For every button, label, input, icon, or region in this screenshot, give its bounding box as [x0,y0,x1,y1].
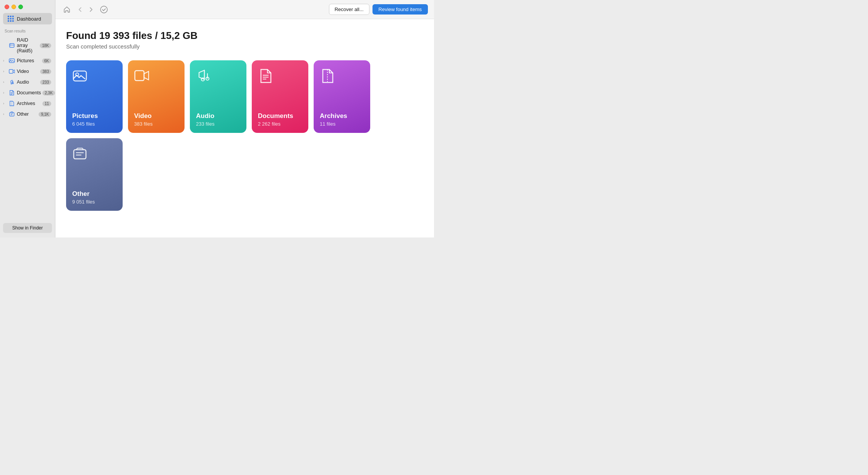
svg-point-3 [10,46,11,46]
card-documents[interactable]: Documents 2 262 files [252,60,308,133]
archives-card-icon [320,68,335,83]
card-other-label: Other [72,190,117,198]
card-pictures-label: Pictures [72,112,117,120]
recover-all-button[interactable]: Recover all... [329,4,369,15]
sidebar-item-label-video: Video [17,69,39,74]
other-icon [8,111,15,118]
chevron-icon: › [3,69,7,73]
chevron-icon: › [3,80,7,84]
card-other[interactable]: Other 9 051 files [66,138,123,211]
file-type-cards-grid: Pictures 6 045 files Video 383 files [66,60,423,211]
card-documents-count: 2 262 files [258,121,302,127]
pictures-card-icon [72,68,87,83]
card-audio-count: 233 files [196,121,240,127]
documents-icon [8,89,15,96]
svg-point-7 [11,83,12,84]
sidebar-item-label-archives: Archives [17,101,41,106]
back-button[interactable] [75,5,85,15]
pictures-icon [8,57,15,64]
sidebar-item-badge-archives: 11 [42,101,51,106]
sidebar: Dashboard Scan results RAID array (Raid5… [0,0,55,238]
svg-point-2 [10,44,11,44]
dashboard-button[interactable]: Dashboard [3,13,52,24]
svg-rect-6 [9,69,13,73]
card-archives-label: Archives [320,112,364,120]
svg-point-16 [100,6,107,13]
audio-card-icon [196,68,211,83]
sidebar-item-badge-documents: 2,3K [42,90,55,95]
raid-icon [8,42,15,49]
content-area: Found 19 393 files / 15,2 GB Scan comple… [55,19,434,238]
sidebar-item-video[interactable]: › Video 383 [0,66,55,77]
svg-rect-19 [135,71,144,81]
close-button[interactable] [5,5,9,9]
review-found-items-button[interactable]: Review found items [372,4,428,15]
sidebar-item-raid[interactable]: RAID array (Raid5) 18K [0,36,55,55]
other-card-icon [72,146,87,161]
sidebar-bottom: Show in Finder [0,219,55,238]
sidebar-item-audio[interactable]: › Audio 233 [0,77,55,87]
dashboard-label: Dashboard [17,16,41,22]
svg-rect-0 [10,44,14,47]
sidebar-item-label-documents: Documents [17,90,41,95]
maximize-button[interactable] [18,5,23,9]
card-archives-count: 11 files [320,121,364,127]
card-video-count: 383 files [134,121,178,127]
svg-rect-17 [73,71,86,81]
sidebar-item-badge-raid: 18K [40,43,51,48]
sidebar-item-label-audio: Audio [17,79,39,85]
page-subtitle: Scan completed successfully [66,43,423,50]
svg-rect-13 [10,113,14,116]
video-icon [8,68,15,75]
check-icon [99,5,109,15]
sidebar-item-label-pictures: Pictures [17,58,40,63]
card-archives[interactable]: Archives 11 files [314,60,370,133]
card-audio[interactable]: Audio 233 files [190,60,246,133]
card-audio-label: Audio [196,112,240,120]
chevron-icon: › [3,91,7,95]
minimize-button[interactable] [11,5,16,9]
sidebar-item-badge-other: 9,1K [39,112,51,117]
sidebar-item-label-other: Other [17,111,37,117]
traffic-lights [0,0,55,13]
card-video[interactable]: Video 383 files [128,60,185,133]
sidebar-items-list: RAID array (Raid5) 18K › Pictures 6K › [0,36,55,219]
sidebar-item-badge-pictures: 6K [42,58,51,63]
forward-button[interactable] [86,5,96,15]
card-pictures-count: 6 045 files [72,121,117,127]
svg-rect-4 [9,59,15,63]
sidebar-item-other[interactable]: › Other 9,1K [0,109,55,120]
video-card-icon [134,68,149,83]
chevron-icon: › [3,102,7,105]
nav-buttons [75,5,96,15]
chevron-icon: › [3,112,7,116]
card-other-count: 9 051 files [72,199,117,205]
sidebar-item-label-raid: RAID array (Raid5) [17,37,38,53]
page-title: Found 19 393 files / 15,2 GB [66,30,423,42]
audio-icon [8,79,15,86]
svg-rect-26 [74,150,86,159]
sidebar-item-pictures[interactable]: › Pictures 6K [0,55,55,66]
chevron-icon: › [3,59,7,63]
show-in-finder-button[interactable]: Show in Finder [3,223,52,233]
archives-icon [8,100,15,107]
sidebar-item-documents[interactable]: › Documents 2,3K [0,87,55,98]
sidebar-item-badge-audio: 233 [40,80,51,85]
card-documents-label: Documents [258,112,302,120]
main-content: Recover all... Review found items Found … [55,0,434,238]
card-pictures[interactable]: Pictures 6 045 files [66,60,123,133]
sidebar-item-badge-video: 383 [40,69,51,74]
dashboard-icon [8,16,14,22]
home-icon[interactable] [62,4,72,15]
card-video-label: Video [134,112,178,120]
toolbar: Recover all... Review found items [55,0,434,19]
scan-results-label: Scan results [0,29,55,36]
documents-card-icon [258,68,273,83]
sidebar-item-archives[interactable]: › Archives 11 [0,98,55,109]
